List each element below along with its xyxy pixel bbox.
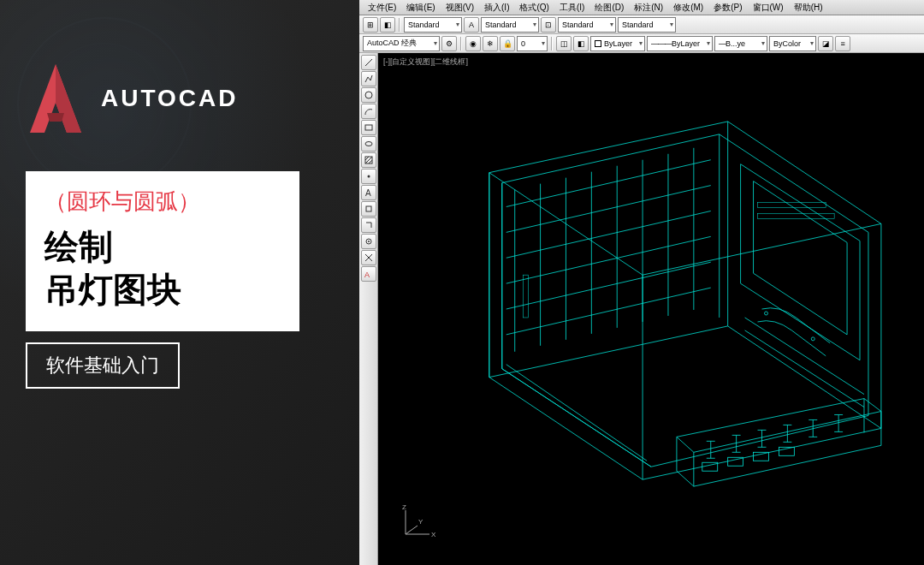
svg-text:X: X	[431, 531, 436, 538]
tool-icon[interactable]: ◪	[818, 36, 833, 51]
tag-badge: 软件基础入门	[26, 342, 180, 389]
svg-line-6	[365, 157, 372, 164]
tool-icon[interactable]: A	[464, 17, 479, 33]
line-tool-icon[interactable]	[361, 55, 376, 70]
menu-dimension[interactable]: 标注(N)	[629, 2, 668, 14]
tag-text: 软件基础入门	[46, 353, 159, 378]
svg-rect-10	[366, 206, 371, 211]
tool-icon[interactable]	[361, 217, 376, 233]
toolbar-properties: AutoCAD 经典 ⚙ ◉ ❄ 🔒 0 ◫ ◧ ByLayer ——— ByL…	[359, 34, 924, 53]
menu-window[interactable]: 窗口(W)	[748, 2, 789, 14]
svg-point-1	[365, 92, 372, 98]
svg-text:Y: Y	[418, 518, 424, 526]
menu-view[interactable]: 视图(V)	[441, 2, 479, 14]
title-card: （圆环与圆弧） 绘制 吊灯图块	[26, 171, 299, 331]
autocad-logo-icon	[26, 60, 86, 137]
svg-line-7	[369, 160, 372, 164]
textstyle-dropdown[interactable]: Standard	[404, 17, 462, 33]
menu-draw[interactable]: 绘图(D)	[589, 2, 629, 14]
title-line1: 绘制	[44, 225, 281, 268]
tool-icon[interactable]: ◫	[556, 36, 572, 51]
svg-rect-2	[365, 125, 372, 130]
svg-point-16	[764, 312, 767, 315]
mlstyle-dropdown[interactable]: Standard	[618, 17, 676, 33]
menu-format[interactable]: 格式(Q)	[514, 2, 554, 14]
menu-help[interactable]: 帮助(H)	[789, 2, 828, 14]
plotstyle-dropdown[interactable]: ByColor	[769, 36, 816, 51]
tool-icon[interactable]	[361, 201, 376, 217]
autocad-window: 文件(E) 编辑(E) 视图(V) 插入(I) 格式(Q) 工具(I) 绘图(D…	[359, 0, 924, 565]
svg-text:A: A	[365, 188, 371, 198]
separator	[399, 18, 400, 32]
rectangle-tool-icon[interactable]	[361, 120, 376, 135]
svg-text:A: A	[364, 271, 370, 279]
autocad-logo-block: AUTOCAD	[26, 60, 238, 137]
cad-body: A A [-][自定义视图][二维线框]	[359, 53, 924, 565]
layer-icon[interactable]: 🔒	[500, 36, 515, 51]
svg-rect-22	[758, 203, 826, 208]
brand-name: AUTOCAD	[101, 85, 238, 112]
ucs-icon[interactable]: X Y Z	[395, 502, 438, 548]
promo-panel: AUTOCAD （圆环与圆弧） 绘制 吊灯图块 软件基础入门	[0, 0, 359, 565]
layer-dropdown[interactable]: 0	[517, 36, 548, 51]
tool-icon[interactable]	[361, 234, 376, 249]
subtitle-text: （圆环与圆弧）	[44, 187, 281, 217]
svg-rect-20	[754, 452, 769, 461]
arc-tool-icon[interactable]	[361, 104, 376, 119]
menu-file[interactable]: 文件(E)	[363, 2, 401, 14]
dimstyle-dropdown[interactable]: Standard	[481, 17, 539, 33]
svg-line-0	[365, 59, 372, 66]
menu-bar: 文件(E) 编辑(E) 视图(V) 插入(I) 格式(Q) 工具(I) 绘图(D…	[359, 0, 924, 15]
svg-point-17	[811, 337, 814, 341]
axis-tool-icon[interactable]: A	[361, 266, 376, 282]
tool-icon[interactable]: ⊡	[541, 17, 556, 33]
text-tool-icon[interactable]: A	[361, 185, 376, 200]
svg-point-3	[365, 142, 372, 146]
draw-toolbar: A A	[359, 53, 378, 565]
workspace-dropdown[interactable]: AutoCAD 经典	[363, 36, 440, 51]
ellipse-tool-icon[interactable]	[361, 136, 376, 152]
title-line2: 吊灯图块	[44, 268, 281, 311]
menu-edit[interactable]: 编辑(E)	[401, 2, 440, 14]
menu-modify[interactable]: 修改(M)	[668, 2, 708, 14]
layer-icon[interactable]: ◉	[465, 36, 481, 51]
polyline-tool-icon[interactable]	[361, 71, 376, 86]
linetype-dropdown[interactable]: ——— ByLayer	[647, 36, 713, 51]
svg-point-12	[368, 241, 370, 242]
menu-insert[interactable]: 插入(I)	[479, 2, 514, 14]
toolbar-styles: ⊞ ◧ Standard A Standard ⊡ Standard Stand…	[359, 15, 924, 34]
viewport-label[interactable]: [-][自定义视图][二维线框]	[383, 56, 468, 68]
svg-text:Z: Z	[402, 503, 406, 511]
tool-icon[interactable]: ◧	[573, 36, 589, 51]
lineweight-dropdown[interactable]: — B...ye	[714, 36, 767, 51]
separator	[551, 37, 553, 51]
tool-icon[interactable]: ⊞	[363, 17, 378, 33]
tablestyle-dropdown[interactable]: Standard	[558, 17, 616, 33]
wireframe-drawing	[412, 104, 907, 514]
tool-icon[interactable]	[361, 250, 376, 265]
model-viewport[interactable]: [-][自定义视图][二维线框]	[378, 53, 924, 565]
separator	[460, 37, 462, 51]
color-dropdown[interactable]: ByLayer	[590, 36, 645, 51]
menu-tools[interactable]: 工具(I)	[554, 2, 589, 14]
svg-line-27	[406, 526, 418, 534]
hatch-tool-icon[interactable]	[361, 152, 376, 168]
svg-rect-24	[524, 275, 529, 318]
menu-parametric[interactable]: 参数(P)	[708, 2, 747, 14]
svg-rect-23	[758, 213, 835, 218]
layer-icon[interactable]: ❄	[483, 36, 498, 51]
tool-icon[interactable]: ◧	[380, 17, 395, 33]
svg-point-8	[367, 175, 370, 178]
workspace-settings-icon[interactable]: ⚙	[441, 36, 457, 51]
circle-tool-icon[interactable]	[361, 87, 376, 103]
svg-line-5	[365, 157, 369, 160]
point-tool-icon[interactable]	[361, 169, 376, 184]
tool-icon[interactable]: ≡	[835, 36, 850, 51]
